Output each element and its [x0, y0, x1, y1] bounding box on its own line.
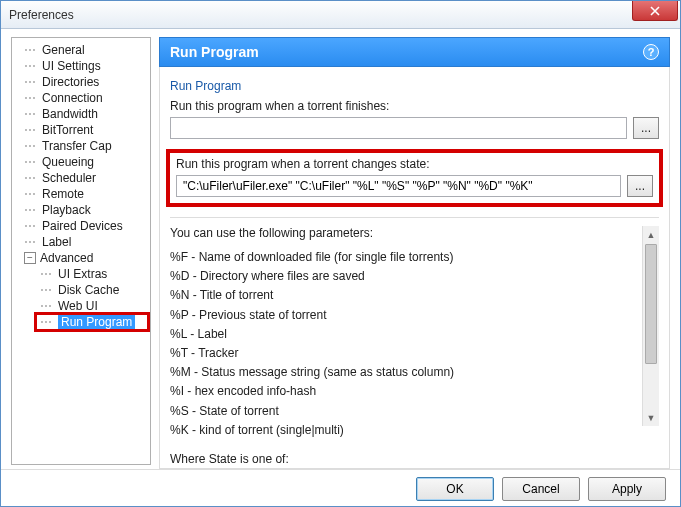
tree-item-label: Disk Cache — [58, 283, 119, 297]
tree-dash-icon: ⋯ — [24, 107, 42, 121]
tree-item-queueing[interactable]: ⋯Queueing — [20, 154, 148, 170]
state-change-highlight: Run this program when a torrent changes … — [166, 149, 663, 207]
param-line: %P - Previous state of torrent — [170, 306, 639, 325]
parameters-intro: You can use the following parameters: — [170, 226, 639, 240]
parameters-list: %F - Name of downloaded file (for single… — [170, 248, 639, 440]
tree-item-label: Scheduler — [42, 171, 96, 185]
tree-item-run-program[interactable]: ⋯Run Program — [36, 314, 148, 330]
tree-item-bittorrent[interactable]: ⋯BitTorrent — [20, 122, 148, 138]
scroll-up-icon[interactable]: ▲ — [643, 226, 659, 243]
scrollbar[interactable]: ▲ ▼ — [642, 226, 659, 426]
tree-item-label: Advanced — [40, 251, 93, 265]
tree-item-label: UI Settings — [42, 59, 101, 73]
tree-item-label: Bandwidth — [42, 107, 98, 121]
titlebar: Preferences — [1, 1, 680, 29]
param-line: %L - Label — [170, 325, 639, 344]
preferences-window: Preferences ⋯General⋯UI Settings⋯Directo… — [0, 0, 681, 507]
apply-button[interactable]: Apply — [588, 477, 666, 501]
tree-item-label: Paired Devices — [42, 219, 123, 233]
param-line: %M - Status message string (same as stat… — [170, 363, 639, 382]
tree-item-label: Connection — [42, 91, 103, 105]
tree-item-scheduler[interactable]: ⋯Scheduler — [20, 170, 148, 186]
category-tree[interactable]: ⋯General⋯UI Settings⋯Directories⋯Connect… — [11, 37, 151, 465]
tree-dash-icon: ⋯ — [24, 203, 42, 217]
tree-item-paired-devices[interactable]: ⋯Paired Devices — [20, 218, 148, 234]
tree-item-label: Remote — [42, 187, 84, 201]
tree-dash-icon: ⋯ — [24, 75, 42, 89]
tree-item-web-ui[interactable]: ⋯Web UI — [36, 298, 148, 314]
tree-dash-icon: ⋯ — [24, 139, 42, 153]
finish-row: ... — [170, 117, 659, 139]
parameters-section: You can use the following parameters: %F… — [170, 217, 659, 426]
tree-dash-icon: ⋯ — [24, 91, 42, 105]
dialog-body: ⋯General⋯UI Settings⋯Directories⋯Connect… — [1, 29, 680, 469]
tree-item-ui-extras[interactable]: ⋯UI Extras — [36, 266, 148, 282]
close-button[interactable] — [632, 1, 678, 21]
finish-browse-button[interactable]: ... — [633, 117, 659, 139]
scroll-thumb[interactable] — [645, 244, 657, 364]
where-state-label: Where State is one of: — [170, 450, 639, 469]
tree-dash-icon: ⋯ — [24, 235, 42, 249]
param-line: %N - Title of torrent — [170, 286, 639, 305]
tree-item-general[interactable]: ⋯General — [20, 42, 148, 58]
state-row: ... — [176, 175, 653, 197]
tree-item-directories[interactable]: ⋯Directories — [20, 74, 148, 90]
tree-item-label: Label — [42, 235, 71, 249]
group-title: Run Program — [170, 79, 659, 93]
tree-item-transfer-cap[interactable]: ⋯Transfer Cap — [20, 138, 148, 154]
ok-button[interactable]: OK — [416, 477, 494, 501]
parameters-scroll-area: You can use the following parameters: %F… — [170, 226, 659, 426]
param-line: %K - kind of torrent (single|multi) — [170, 421, 639, 440]
tree-item-label: Transfer Cap — [42, 139, 112, 153]
tree-dash-icon: ⋯ — [24, 219, 42, 233]
tree-dash-icon: ⋯ — [24, 59, 42, 73]
panel-content: Run Program Run this program when a torr… — [159, 67, 670, 469]
tree-item-bandwidth[interactable]: ⋯Bandwidth — [20, 106, 148, 122]
tree-item-label: Directories — [42, 75, 99, 89]
tree-dash-icon: ⋯ — [24, 155, 42, 169]
tree-item-connection[interactable]: ⋯Connection — [20, 90, 148, 106]
tree-item-disk-cache[interactable]: ⋯Disk Cache — [36, 282, 148, 298]
dialog-footer: OK Cancel Apply — [1, 469, 680, 507]
param-line: %S - State of torrent — [170, 402, 639, 421]
param-line: %T - Tracker — [170, 344, 639, 363]
panel-title: Run Program — [170, 44, 259, 60]
help-button[interactable]: ? — [643, 44, 659, 60]
expander-icon[interactable]: − — [24, 252, 36, 264]
tree-item-ui-settings[interactable]: ⋯UI Settings — [20, 58, 148, 74]
tree-dash-icon: ⋯ — [40, 315, 58, 329]
param-line: %F - Name of downloaded file (for single… — [170, 248, 639, 267]
tree-item-remote[interactable]: ⋯Remote — [20, 186, 148, 202]
cancel-button[interactable]: Cancel — [502, 477, 580, 501]
tree-item-label: BitTorrent — [42, 123, 93, 137]
state-browse-button[interactable]: ... — [627, 175, 653, 197]
state-input[interactable] — [176, 175, 621, 197]
tree-dash-icon: ⋯ — [24, 43, 42, 57]
tree-item-label: Queueing — [42, 155, 94, 169]
finish-label: Run this program when a torrent finishes… — [170, 99, 659, 113]
tree-item-label: Playback — [42, 203, 91, 217]
tree-item-label: UI Extras — [58, 267, 107, 281]
tree-dash-icon: ⋯ — [40, 283, 58, 297]
tree-item-advanced[interactable]: −Advanced — [20, 250, 148, 266]
state-label: Run this program when a torrent changes … — [176, 157, 653, 171]
finish-input[interactable] — [170, 117, 627, 139]
param-line: %D - Directory where files are saved — [170, 267, 639, 286]
param-line: %I - hex encoded info-hash — [170, 382, 639, 401]
tree-item-label[interactable]: ⋯Label — [20, 234, 148, 250]
tree-item-label: Run Program — [58, 315, 135, 329]
tree-dash-icon: ⋯ — [40, 299, 58, 313]
right-panel: Run Program ? Run Program Run this progr… — [159, 37, 670, 469]
tree-item-playback[interactable]: ⋯Playback — [20, 202, 148, 218]
tree-item-label: Web UI — [58, 299, 98, 313]
panel-header: Run Program ? — [159, 37, 670, 67]
close-icon — [650, 6, 660, 16]
tree-dash-icon: ⋯ — [24, 123, 42, 137]
scroll-down-icon[interactable]: ▼ — [643, 409, 659, 426]
window-title: Preferences — [1, 8, 74, 22]
tree-dash-icon: ⋯ — [24, 187, 42, 201]
tree-dash-icon: ⋯ — [40, 267, 58, 281]
tree-item-label: General — [42, 43, 85, 57]
tree-dash-icon: ⋯ — [24, 171, 42, 185]
